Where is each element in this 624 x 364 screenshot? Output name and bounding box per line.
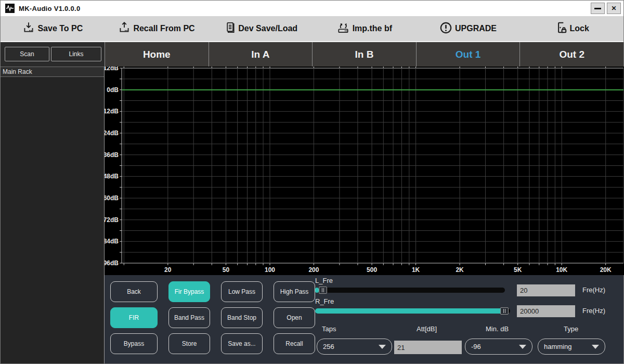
svg-text:-72dB: -72dB <box>105 216 119 224</box>
svg-text:1K: 1K <box>412 266 420 274</box>
rack-item-main-rack[interactable]: Main Rack <box>1 67 104 77</box>
fir-parameters: L_Fre Fre(Hz) R_Fre Fre(Hz) Taps <box>315 275 623 363</box>
svg-text:0dB: 0dB <box>107 86 119 94</box>
freq-high-input[interactable] <box>517 305 575 317</box>
content-area: 12dB0dB-12dB-24dB-36dB-48dB-60dB-72dB-84… <box>105 67 623 363</box>
tab-in-b[interactable]: In B <box>312 42 416 67</box>
app-logo-icon <box>5 4 15 13</box>
toolbar-item-upgrade[interactable]: UPGRADE <box>416 21 520 37</box>
slider-handle[interactable] <box>319 287 327 294</box>
taps-label: Taps <box>322 325 336 333</box>
fir-bypass-button[interactable]: Fir Bypass <box>168 281 210 302</box>
svg-text:2K: 2K <box>456 266 464 274</box>
chevron-down-icon <box>519 345 526 349</box>
tab-strip: Scan Links Home In A In B Out 1 Out 2 <box>1 42 623 67</box>
l-fre-slider[interactable] <box>315 288 505 293</box>
toolbar-label: Dev Save/Load <box>238 24 297 33</box>
slider-fill <box>315 308 504 314</box>
fir-button[interactable]: FIR <box>110 307 158 328</box>
svg-text:-36dB: -36dB <box>105 151 119 159</box>
freq-low-unit-label: Fre(Hz) <box>582 286 605 294</box>
low-pass-button[interactable]: Low Pass <box>221 281 263 302</box>
min-db-select[interactable]: -96 <box>465 339 532 355</box>
svg-text:200: 200 <box>308 266 319 274</box>
tab-out-1[interactable]: Out 1 <box>416 42 520 67</box>
lock-icon <box>554 21 568 36</box>
toolbar-item-recall-from-pc[interactable]: Recall From PC <box>105 21 209 36</box>
svg-text:100: 100 <box>265 266 275 274</box>
type-select[interactable]: hamming <box>538 339 605 355</box>
svg-text:-60dB: -60dB <box>105 194 119 202</box>
frequency-response-chart: 12dB0dB-12dB-24dB-36dB-48dB-60dB-72dB-84… <box>105 67 623 275</box>
min-db-label: Min. dB <box>486 325 509 333</box>
toolbar-item-save-to-pc[interactable]: Save To PC <box>1 21 105 36</box>
fir-control-panel: Back Fir Bypass Low Pass High Pass FIR B… <box>105 275 623 363</box>
toolbar-label: Imp.the bf <box>353 24 392 33</box>
title-bar: MK-Audio V1.0.0.0 ✕ <box>1 1 623 16</box>
svg-text:-96dB: -96dB <box>105 259 119 267</box>
recall-from-pc-icon <box>118 21 131 36</box>
toolbar-item-imp-the-bf[interactable]: Imp.the bf <box>312 21 416 36</box>
save-to-pc-icon <box>22 21 35 36</box>
taps-select[interactable]: 256 <box>317 339 392 355</box>
taps-value: 256 <box>323 343 334 350</box>
minimize-button[interactable] <box>591 3 605 14</box>
close-button[interactable]: ✕ <box>607 3 621 14</box>
open-button[interactable]: Open <box>274 307 315 328</box>
freq-low-input[interactable] <box>517 284 575 296</box>
minimize-icon <box>594 8 601 9</box>
window-title: MK-Audio V1.0.0.0 <box>19 5 81 12</box>
svg-text:-48dB: -48dB <box>105 173 119 180</box>
svg-text:-12dB: -12dB <box>105 108 119 115</box>
svg-text:5K: 5K <box>514 266 522 274</box>
toolbar-label: UPGRADE <box>455 24 497 33</box>
att-db-label: Att[dB] <box>417 325 437 333</box>
toolbar-label: Save To PC <box>37 24 83 33</box>
app-window: MK-Audio V1.0.0.0 ✕ Save To PC Recall Fr… <box>0 0 624 364</box>
window-controls: ✕ <box>591 3 621 14</box>
band-pass-button[interactable]: Band Pass <box>168 307 210 328</box>
close-icon: ✕ <box>611 5 616 12</box>
back-button[interactable]: Back <box>110 281 158 302</box>
svg-text:10K: 10K <box>556 266 567 274</box>
svg-text:-84dB: -84dB <box>105 238 119 245</box>
type-value: hamming <box>544 343 571 350</box>
device-buttons: Scan Links <box>1 42 105 67</box>
toolbar: Save To PC Recall From PC Dev Save/Load … <box>1 16 623 42</box>
upgrade-icon <box>439 21 453 37</box>
imp-the-bf-icon <box>336 21 350 36</box>
recall-button[interactable]: Recall <box>274 333 315 354</box>
type-label: Type <box>564 325 578 333</box>
tab-home[interactable]: Home <box>105 42 209 67</box>
svg-text:20: 20 <box>164 266 172 274</box>
rack-sidebar: Main Rack <box>1 67 105 363</box>
svg-text:20K: 20K <box>600 266 612 274</box>
r-fre-slider[interactable] <box>315 308 510 314</box>
chevron-down-icon <box>592 345 599 349</box>
freq-high-unit-label: Fre(Hz) <box>582 307 605 315</box>
slider-handle[interactable] <box>500 307 509 315</box>
bypass-button[interactable]: Bypass <box>110 333 158 354</box>
filter-button-grid: Back Fir Bypass Low Pass High Pass FIR B… <box>110 281 315 363</box>
save-as-button[interactable]: Save as... <box>221 333 263 354</box>
store-button[interactable]: Store <box>168 333 210 354</box>
att-db-input[interactable] <box>394 341 462 354</box>
l-fre-label: L_Fre <box>315 277 333 284</box>
channel-tabs: Home In A In B Out 1 Out 2 <box>105 42 623 67</box>
toolbar-item-lock[interactable]: Lock <box>519 21 623 36</box>
tab-in-a[interactable]: In A <box>209 42 313 67</box>
band-stop-button[interactable]: Band Stop <box>221 307 263 328</box>
high-pass-button[interactable]: High Pass <box>274 281 315 302</box>
toolbar-label: Lock <box>570 24 589 33</box>
svg-text:50: 50 <box>223 266 230 274</box>
min-db-value: -96 <box>471 343 481 350</box>
tab-out-2[interactable]: Out 2 <box>519 42 623 67</box>
dev-save-load-icon <box>223 21 236 36</box>
scan-button[interactable]: Scan <box>5 47 49 61</box>
links-button[interactable]: Links <box>51 47 101 61</box>
svg-text:12dB: 12dB <box>105 67 119 72</box>
toolbar-item-dev-save-load[interactable]: Dev Save/Load <box>208 21 312 36</box>
svg-text:-24dB: -24dB <box>105 129 119 137</box>
svg-text:500: 500 <box>367 266 377 274</box>
toolbar-label: Recall From PC <box>133 24 194 33</box>
